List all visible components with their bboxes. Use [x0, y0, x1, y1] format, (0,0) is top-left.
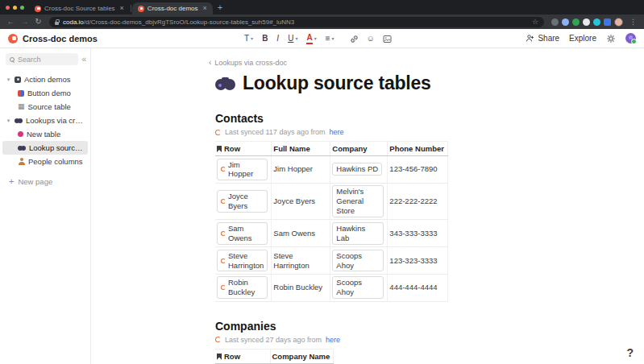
- phone-cell[interactable]: 343-333-3333: [388, 220, 448, 247]
- full-name-cell[interactable]: Sam Owens: [272, 220, 330, 247]
- text-style-button[interactable]: T▾: [244, 35, 253, 43]
- doc-title[interactable]: Cross-doc demos: [23, 34, 98, 43]
- sidebar-item-action-demos[interactable]: ▾ Action demos: [2, 72, 88, 86]
- explore-button[interactable]: Explore: [569, 34, 596, 43]
- column-header-full-name[interactable]: Full Name: [272, 142, 330, 156]
- collapse-sidebar-icon[interactable]: «: [81, 56, 86, 64]
- italic-button[interactable]: I: [276, 35, 279, 43]
- sync-source-link[interactable]: here: [326, 336, 340, 344]
- extension-icon[interactable]: [593, 19, 600, 26]
- row-chip[interactable]: Sam Owens: [217, 222, 268, 245]
- sidebar-item-button-demo[interactable]: Button demo: [2, 86, 88, 100]
- sidebar-item-lookups-via-cross-doc[interactable]: ▾ Lookups via cross-doc: [2, 114, 88, 127]
- extension-icon[interactable]: [604, 19, 611, 26]
- sidebar-item-people-columns[interactable]: People columns: [2, 155, 88, 168]
- column-header-row[interactable]: Row: [215, 142, 272, 156]
- explore-label: Explore: [569, 34, 596, 43]
- full-name-cell[interactable]: Jim Hopper: [272, 156, 330, 184]
- company-cell: Scoops Ahoy: [330, 274, 388, 301]
- company-chip[interactable]: Hawkins Lab: [332, 222, 384, 245]
- column-header-label: Company Name: [272, 352, 330, 361]
- chevron-left-icon: ‹: [209, 59, 211, 67]
- sync-status-line: Last synced 117 days ago from here: [215, 128, 644, 136]
- chevron-down-icon[interactable]: ▾: [6, 77, 11, 82]
- cell-text: Steve Harrington: [273, 251, 309, 270]
- address-bar[interactable]: coda.io/d/Cross-doc-demos_dbjvRgTSroO/Lo…: [49, 17, 544, 27]
- search-box[interactable]: [6, 53, 78, 65]
- reload-icon[interactable]: ↻: [33, 18, 44, 26]
- phone-cell[interactable]: 444-444-4444: [388, 274, 448, 301]
- list-format-button[interactable]: ≡▾: [326, 35, 334, 43]
- browser-profile-avatar[interactable]: [614, 18, 623, 27]
- chevron-down-icon[interactable]: ▾: [6, 118, 11, 123]
- window-minimize-icon[interactable]: [13, 6, 17, 10]
- bold-button[interactable]: B: [262, 35, 268, 43]
- format-toolbar: T▾ B I U▾ A▾ ≡▾ ☺: [244, 29, 392, 48]
- browser-tab-source-tables[interactable]: Cross-doc Source tables ×: [29, 2, 130, 14]
- link-icon[interactable]: [350, 35, 359, 43]
- share-button[interactable]: Share: [526, 34, 559, 43]
- window-controls[interactable]: [4, 0, 29, 14]
- row-chip[interactable]: Jim Hopper: [217, 159, 268, 181]
- text-color-label: A: [306, 34, 312, 44]
- lock-icon: [55, 19, 60, 25]
- text-color-button[interactable]: A▾: [306, 34, 316, 44]
- full-name-cell[interactable]: Joyce Byers: [272, 183, 330, 220]
- close-tab-icon[interactable]: ×: [120, 5, 124, 12]
- sync-source-link[interactable]: here: [329, 128, 343, 136]
- new-page-button[interactable]: + New page: [0, 177, 90, 186]
- phone-cell[interactable]: 222-222-2222: [388, 183, 448, 220]
- extension-icon[interactable]: [583, 19, 590, 26]
- coda-logo[interactable]: [8, 34, 18, 43]
- browser-menu-icon[interactable]: ⋮: [628, 18, 638, 26]
- sidebar-item-source-table[interactable]: ▦ Source table: [2, 100, 88, 114]
- bookmark-star-icon[interactable]: ☆: [532, 19, 538, 26]
- page-title-row: Lookup source tables: [215, 72, 644, 94]
- full-name-cell[interactable]: Steve Harrington: [272, 247, 330, 275]
- window-zoom-icon[interactable]: [20, 6, 24, 10]
- back-icon[interactable]: ←: [6, 18, 16, 26]
- section-heading-companies: Companies: [215, 320, 644, 333]
- company-chip[interactable]: Melvin's General Store: [332, 185, 384, 217]
- user-avatar[interactable]: [625, 33, 636, 43]
- company-cell: Scoops Ahoy: [330, 247, 388, 275]
- extension-icon[interactable]: [572, 19, 580, 26]
- column-header-label: Row: [224, 144, 240, 153]
- sidebar-item-lookup-source-tables[interactable]: Lookup source tables: [2, 141, 88, 155]
- extension-icon[interactable]: [551, 19, 559, 26]
- company-chip[interactable]: Hawkins PD: [332, 163, 382, 176]
- forward-icon[interactable]: →: [19, 18, 30, 26]
- emoji-icon[interactable]: ☺: [367, 35, 375, 43]
- chevron-down-icon: ▾: [295, 36, 297, 41]
- breadcrumb[interactable]: ‹ Lookups via cross-doc: [209, 59, 644, 67]
- company-chip[interactable]: Scoops Ahoy: [332, 250, 384, 272]
- chip-label: Steve Harrington: [228, 251, 264, 271]
- search-input[interactable]: [18, 56, 74, 64]
- table-row: Joyce Byers Joyce Byers Melvin's General…: [215, 183, 447, 220]
- coda-favicon: [138, 6, 144, 12]
- column-header-company[interactable]: Company: [330, 142, 388, 156]
- gear-icon[interactable]: [606, 34, 616, 43]
- row-chip[interactable]: Joyce Byers: [217, 190, 268, 213]
- underline-button[interactable]: U▾: [288, 35, 297, 43]
- column-header-row[interactable]: Row: [215, 349, 270, 363]
- new-tab-button[interactable]: +: [213, 3, 227, 14]
- cell-text: 123-323-3333: [389, 256, 437, 265]
- image-icon[interactable]: [383, 35, 392, 43]
- phone-cell[interactable]: 123-456-7890: [388, 156, 448, 184]
- help-button[interactable]: ?: [626, 346, 634, 359]
- company-chip[interactable]: Scoops Ahoy: [332, 276, 384, 299]
- close-tab-icon[interactable]: ×: [203, 5, 207, 12]
- crossdoc-sync-icon: [221, 259, 226, 263]
- phone-cell[interactable]: 123-323-3333: [388, 247, 448, 275]
- browser-tab-crossdoc-demos[interactable]: Cross-doc demos ×: [132, 2, 213, 14]
- full-name-cell[interactable]: Robin Buckley: [272, 274, 330, 301]
- window-close-icon[interactable]: [6, 6, 10, 10]
- extension-icon[interactable]: [562, 19, 569, 26]
- column-header-phone[interactable]: Phone Number: [388, 142, 448, 156]
- row-chip[interactable]: Robin Buckley: [217, 276, 268, 299]
- column-header-company-name[interactable]: Company Name: [270, 349, 334, 363]
- sidebar-item-new-table[interactable]: New table: [2, 127, 88, 141]
- row-chip[interactable]: Steve Harrington: [217, 250, 268, 272]
- coda-favicon: [35, 6, 41, 12]
